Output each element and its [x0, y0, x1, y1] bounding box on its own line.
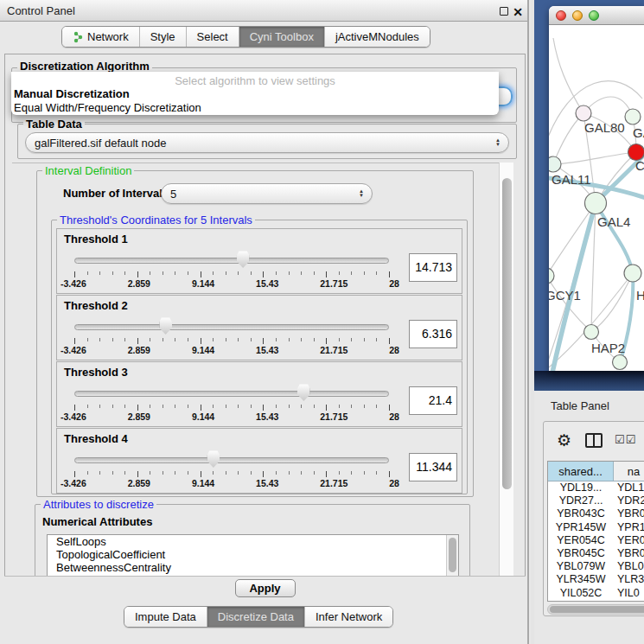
- tab-impute-data-label: Impute Data: [135, 610, 196, 623]
- cell: YIL052C: [548, 587, 614, 600]
- node-gal11[interactable]: [549, 156, 561, 172]
- number-of-intervals-combobox[interactable]: 5 ▲▼: [161, 183, 373, 204]
- close-icon[interactable]: ✕: [511, 2, 525, 23]
- control-panel-titlebar[interactable]: Control Panel ✕: [0, 0, 527, 22]
- cell: YBR0: [614, 547, 644, 560]
- control-panel-title: Control Panel: [7, 4, 75, 17]
- table-row[interactable]: YPR145W YPR1: [548, 521, 644, 534]
- slider-thumb[interactable]: [207, 450, 220, 468]
- network-window-titlebar[interactable]: [549, 6, 644, 25]
- node-gcy1[interactable]: [549, 268, 554, 284]
- cell: YPR1: [614, 521, 644, 534]
- slider-track[interactable]: [74, 258, 389, 264]
- control-panel-window: Control Panel ✕ Network Style Select: [0, 0, 529, 644]
- node-label-gal4: GAL4: [597, 214, 630, 229]
- threshold-2-value-field[interactable]: 6.316: [409, 320, 457, 348]
- node-gal4[interactable]: [585, 193, 607, 214]
- tick-label: 2.859: [128, 345, 150, 355]
- select-columns-checkboxes-icon[interactable]: ☑☑: [615, 433, 636, 446]
- list-item[interactable]: TopologicalCoefficient: [48, 548, 458, 561]
- slider-track[interactable]: [74, 324, 389, 330]
- tick-label: -3.426: [61, 345, 86, 355]
- float-window-icon[interactable]: [500, 7, 508, 16]
- list-item[interactable]: BetweennessCentrality: [48, 561, 458, 574]
- tick-label: 9.144: [192, 278, 214, 289]
- network-canvas[interactable]: GAL80 GA C GAL11 GAL4 GCY1 H HAP2: [549, 25, 644, 371]
- table-row[interactable]: YIL052C YIL0: [548, 587, 644, 600]
- scrollbar-thumb[interactable]: [449, 538, 456, 572]
- tab-network[interactable]: Network: [62, 27, 139, 47]
- attributes-group-label: Attributes to discretize: [41, 498, 156, 511]
- algorithm-item-manual[interactable]: Manual Discretization: [14, 87, 130, 100]
- slider-thumb[interactable]: [297, 384, 310, 401]
- tab-cyni-toolbox[interactable]: Cyni Toolbox: [239, 27, 324, 47]
- threshold-1-value-field[interactable]: 14.713: [409, 253, 457, 282]
- tick-label: 21.715: [320, 478, 348, 488]
- cell: YIL0: [614, 587, 644, 600]
- threshold-3-slider[interactable]: [74, 383, 389, 404]
- close-traffic-icon[interactable]: [556, 10, 566, 21]
- threshold-4-slider[interactable]: [74, 450, 389, 470]
- node-label-h: H: [636, 288, 644, 303]
- tab-select[interactable]: Select: [186, 27, 239, 47]
- threshold-2-slider[interactable]: [74, 316, 389, 337]
- scrollbar-thumb[interactable]: [502, 178, 512, 489]
- node-label-ga: GA: [633, 125, 644, 140]
- tab-cyni-toolbox-label: Cyni Toolbox: [250, 30, 314, 43]
- threshold-1-slider[interactable]: [74, 250, 389, 271]
- node-h[interactable]: [624, 265, 641, 282]
- cell: YER0: [614, 534, 644, 547]
- algorithm-item-equal-width[interactable]: Equal Width/Frequency Discretization: [14, 101, 201, 114]
- attributes-list[interactable]: SelfLoops TopologicalCoefficient Between…: [47, 534, 459, 576]
- cell: YBL079W: [548, 560, 614, 573]
- table-horizontal-scrollbar[interactable]: [547, 604, 644, 615]
- slider-track[interactable]: [74, 391, 389, 397]
- slider-tick-labels: -3.426 2.859 9.144 15.43 21.715 28: [61, 278, 399, 289]
- column-header-name[interactable]: na: [614, 462, 644, 481]
- zoom-traffic-icon[interactable]: [589, 10, 599, 21]
- table-row[interactable]: YER054C YER0: [548, 534, 644, 547]
- node-hap2[interactable]: [584, 325, 599, 340]
- list-item[interactable]: SelfLoops: [48, 535, 458, 548]
- tab-infer-network[interactable]: Infer Network: [304, 607, 392, 627]
- threshold-4-value-field[interactable]: 11.344: [409, 453, 457, 481]
- tab-impute-data[interactable]: Impute Data: [124, 607, 207, 627]
- slider-thumb[interactable]: [159, 317, 172, 335]
- table-row[interactable]: YBR043C YBR0: [548, 507, 644, 520]
- table-row[interactable]: YBL079W YBL0: [548, 560, 644, 573]
- cell: YLR345W: [548, 573, 614, 586]
- node-bottom[interactable]: [613, 355, 628, 370]
- tab-style[interactable]: Style: [139, 27, 186, 47]
- tab-discretize-data-label: Discretize Data: [218, 610, 294, 623]
- tab-jactivemnodules[interactable]: jActiveMNodules: [324, 27, 430, 47]
- table-row[interactable]: YLR345W YLR3: [548, 573, 644, 586]
- threshold-4-label: Threshold 4: [64, 432, 128, 445]
- network-window[interactable]: GAL80 GA C GAL11 GAL4 GCY1 H HAP2: [549, 6, 644, 371]
- tick-label: 21.715: [320, 278, 348, 289]
- table-data-combobox[interactable]: galFiltered.sif default node ▲▼: [25, 132, 509, 153]
- node-gal80[interactable]: [576, 105, 591, 121]
- columns-icon[interactable]: [585, 433, 603, 448]
- slider-tick-labels: -3.426 2.859 9.144 15.43 21.715 28: [61, 411, 399, 422]
- table-panel: Table Panel ⚙ ☑☑ shared... na YDL19... Y…: [534, 391, 644, 644]
- scrollbar-thumb[interactable]: [550, 606, 644, 613]
- tab-discretize-data[interactable]: Discretize Data: [207, 607, 304, 627]
- algorithm-hint-item[interactable]: Select algorithm to view settings: [11, 74, 499, 87]
- minimize-traffic-icon[interactable]: [572, 10, 583, 21]
- apply-button[interactable]: Apply: [235, 579, 296, 597]
- node-ga[interactable]: [625, 109, 641, 124]
- table-data-group: Table Data galFiltered.sif default node …: [17, 124, 517, 159]
- threshold-3-value-field[interactable]: 21.4: [409, 386, 457, 415]
- cell: YBR0: [614, 507, 644, 520]
- slider-thumb[interactable]: [237, 251, 250, 268]
- gear-icon[interactable]: ⚙: [557, 430, 571, 450]
- slider-track[interactable]: [74, 457, 389, 463]
- column-header-shared-name[interactable]: shared...: [548, 462, 614, 481]
- table-row[interactable]: YDL19... YDL1: [548, 481, 644, 494]
- table-row[interactable]: YBR045C YBR0: [548, 547, 644, 560]
- attributes-group: Attributes to discretize Numerical Attri…: [35, 504, 470, 576]
- combo-arrows-icon: ▲▼: [359, 189, 364, 198]
- settings-scrollbar[interactable]: [499, 163, 513, 576]
- attributes-list-scrollbar[interactable]: [446, 535, 458, 576]
- table-row[interactable]: YDR27... YDR2: [548, 494, 644, 507]
